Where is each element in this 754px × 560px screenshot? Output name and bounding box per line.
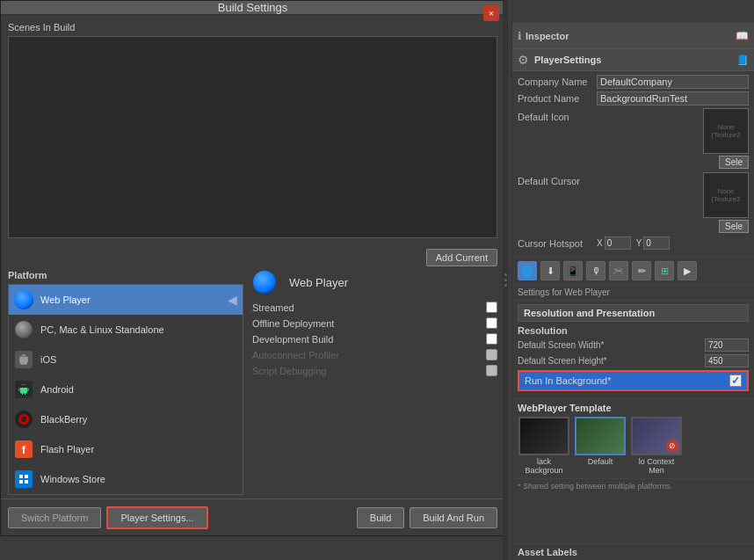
window-close-button[interactable]: ×	[483, 5, 499, 21]
flash-label: Flash Player	[40, 444, 94, 455]
webplayer-arrow-icon: ◀	[228, 293, 237, 307]
svg-rect-0	[19, 475, 23, 478]
resolution-section-header: Resolution and Presentation	[518, 304, 749, 322]
player-settings-button[interactable]: Player Settings...	[106, 506, 207, 529]
platform-tab-gamepad[interactable]: 🎮	[609, 261, 628, 280]
default-cursor-row: Default Cursor None (Texture2 Sele	[518, 172, 749, 233]
template-thumb-black-label: lack Backgroun	[518, 457, 570, 475]
platform-tab-mic[interactable]: 🎙	[586, 261, 605, 280]
autoconnect-checkbox[interactable]	[486, 349, 497, 360]
platform-item-webplayer[interactable]: Web Player ◀	[9, 285, 243, 315]
shared-setting-note: * Shared setting between multiple platfo…	[512, 478, 754, 493]
hotspot-y-field: Y	[636, 236, 671, 250]
hotspot-x-input[interactable]	[605, 236, 631, 250]
hotspot-y-input[interactable]	[643, 236, 670, 250]
asset-labels-header: Asset Labels	[518, 547, 749, 557]
webplayer-icon	[14, 290, 33, 309]
resolution-sub-header: Resolution	[518, 325, 749, 336]
template-thumb-nocontext-label: lo Context Men	[630, 457, 683, 475]
panel-divider	[503, 0, 508, 560]
template-thumb-default-img	[575, 417, 626, 455]
default-icon-label: Default Icon	[518, 108, 597, 122]
cursor-hotspot-xy: X Y	[597, 236, 670, 250]
streamed-checkbox[interactable]	[486, 302, 497, 313]
platform-item-windows-store[interactable]: Windows Store	[9, 464, 243, 494]
platform-icon-bar: 🌐 ⬇ 📱 🎙 🎮 ✏ ⊞ ▶	[512, 258, 754, 285]
divider-dot-1	[504, 273, 507, 276]
product-name-row: Product Name	[518, 91, 749, 105]
asset-labels-section: Asset Labels	[512, 543, 754, 560]
company-name-input[interactable]	[597, 75, 749, 89]
template-thumb-black-img	[518, 417, 569, 455]
screen-width-input[interactable]	[705, 338, 749, 352]
platform-item-android[interactable]: Android	[9, 375, 243, 404]
screen-height-label: Default Screen Height*	[518, 356, 705, 366]
default-cursor-select-button[interactable]: Sele	[719, 220, 749, 233]
script-debug-option-row: Script Debugging	[252, 365, 497, 376]
platform-right-header: Web Player	[252, 270, 497, 295]
svg-rect-2	[19, 480, 23, 484]
thumb-dark-bg	[520, 418, 568, 454]
settings-for-label: Settings for Web Player	[512, 285, 754, 301]
webplayer-template-label: WebPlayer Template	[518, 403, 749, 413]
platform-tab-extra[interactable]: ▶	[678, 261, 697, 280]
svg-rect-3	[25, 480, 28, 484]
default-icon-box: None (Texture2	[703, 108, 749, 154]
build-and-run-button[interactable]: Build And Run	[410, 507, 497, 528]
platform-right-name: Web Player	[289, 276, 348, 289]
platform-tab-excel[interactable]: ⊞	[655, 261, 674, 280]
screen-height-row: Default Screen Height*	[518, 354, 749, 367]
platform-tab-pencil[interactable]: ✏	[632, 261, 651, 280]
default-icon-value: None (Texture2	[704, 123, 748, 139]
platform-right-icon	[252, 270, 277, 295]
blackberry-icon	[14, 410, 33, 429]
autoconnect-option-row: Autoconnect Profiler	[252, 349, 497, 360]
company-name-row: Company Name	[518, 75, 749, 89]
platform-tab-globe[interactable]: 🌐	[518, 261, 537, 280]
inspector-header: ℹ Inspector 📖	[512, 23, 754, 49]
autoconnect-label: Autoconnect Profiler	[252, 350, 486, 360]
window-title: Build Settings	[218, 1, 288, 14]
flash-icon: f	[14, 440, 33, 459]
platform-section: Platform Web Player ◀ PC, Mac & Linux St…	[1, 270, 504, 495]
default-icon-area: None (Texture2 Sele	[597, 108, 749, 169]
bottom-buttons: Switch Platform Player Settings... Build…	[1, 498, 504, 536]
offline-label: Offline Deployment	[252, 318, 486, 329]
default-icon-select-button[interactable]: Sele	[719, 156, 749, 169]
cursor-hotspot-label: Cursor Hotspot	[518, 238, 597, 249]
windows-store-icon	[14, 469, 33, 489]
scenes-section: Scenes In Build	[1, 15, 504, 245]
platform-right-column: Web Player Streamed Offline Deployment D…	[252, 270, 497, 495]
screen-height-input[interactable]	[705, 354, 749, 367]
build-button[interactable]: Build	[357, 507, 404, 528]
template-thumb-nocontext[interactable]: ⊘ lo Context Men	[630, 417, 683, 475]
platform-item-flash[interactable]: f Flash Player	[9, 434, 243, 464]
default-icon-row: Default Icon None (Texture2 Sele	[518, 108, 749, 169]
template-thumb-black[interactable]: lack Backgroun	[518, 417, 570, 475]
player-settings-book-icon: 📘	[736, 55, 749, 66]
add-current-button[interactable]: Add Current	[426, 249, 497, 266]
player-settings-title: PlayerSettings	[534, 55, 601, 65]
platform-tab-download[interactable]: ⬇	[540, 261, 560, 280]
template-thumb-default[interactable]: Default	[574, 417, 627, 475]
platform-item-standalone[interactable]: PC, Mac & Linux Standalone	[9, 315, 243, 345]
platform-item-blackberry[interactable]: BlackBerry	[9, 404, 243, 434]
offline-option-row: Offline Deployment	[252, 317, 497, 329]
run-in-background-check[interactable]: ✓	[729, 375, 742, 387]
android-icon	[14, 380, 33, 399]
inspector-panel: ℹ Inspector 📖 ⚙ PlayerSettings 📘 Company…	[511, 0, 754, 560]
platform-tab-mobile[interactable]: 📱	[563, 261, 583, 280]
offline-checkbox[interactable]	[486, 317, 497, 329]
platform-item-ios[interactable]: iOS	[9, 345, 243, 375]
switch-platform-button[interactable]: Switch Platform	[8, 507, 101, 528]
template-thumb-default-label: Default	[588, 457, 613, 466]
company-name-label: Company Name	[518, 76, 597, 87]
script-debug-checkbox[interactable]	[486, 365, 497, 376]
dev-build-checkbox[interactable]	[486, 333, 497, 345]
thumb-light-bg: ⊘	[633, 418, 680, 454]
product-name-input[interactable]	[597, 91, 749, 105]
template-thumb-nocontext-img: ⊘	[631, 417, 682, 455]
script-debug-label: Script Debugging	[252, 366, 486, 376]
divider-dot-3	[504, 284, 507, 287]
windows-store-label: Windows Store	[40, 474, 105, 484]
